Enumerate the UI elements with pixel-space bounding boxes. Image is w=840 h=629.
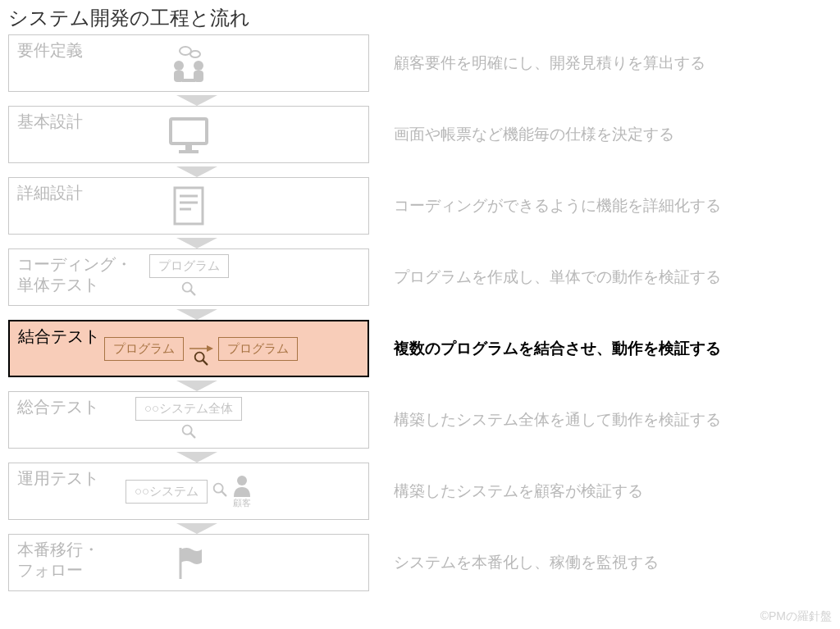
stage-box: 基本設計 — [8, 106, 369, 163]
stage-name: 総合テスト — [9, 392, 107, 422]
svg-marker-19 — [176, 309, 217, 320]
chevron-down-icon — [16, 381, 377, 391]
svg-marker-16 — [176, 238, 217, 248]
svg-point-17 — [183, 282, 192, 291]
stage-name: 基本設計 — [9, 107, 91, 137]
stage-list: 要件定義顧客要件を明確にし、開発見積りを算出する基本設計画面や帳票など機能毎の仕… — [0, 34, 840, 595]
stage-name: 結合テスト — [10, 321, 108, 352]
chevron-down-icon — [16, 309, 377, 320]
program-box: プログラム — [149, 254, 229, 278]
stage-description: 顧客要件を明確にし、開発見積りを算出する — [394, 34, 832, 92]
stage-box: 総合テスト○○システム全体 — [8, 391, 369, 449]
svg-rect-3 — [194, 71, 203, 82]
svg-point-30 — [237, 476, 247, 485]
chevron-down-icon — [16, 95, 377, 106]
stage-box: 運用テスト○○システム顧客 — [8, 463, 369, 520]
svg-marker-7 — [176, 95, 217, 106]
stage-description: 構築したシステム全体を通して動作を検証する — [394, 391, 832, 449]
svg-point-25 — [183, 425, 192, 434]
svg-line-26 — [190, 433, 194, 437]
svg-marker-21 — [207, 345, 213, 352]
system-whole-box: ○○システム全体 — [135, 397, 242, 421]
copyright: ©PMの羅針盤 — [760, 609, 832, 624]
system-box: ○○システム — [126, 480, 208, 504]
stage-description: プログラムを作成し、単体での動作を検証する — [394, 248, 832, 306]
svg-rect-12 — [175, 188, 203, 224]
svg-point-5 — [180, 47, 191, 55]
svg-rect-4 — [182, 79, 195, 82]
stage-name: 詳細設計 — [9, 178, 91, 208]
stage-description: コーディングができるように機能を詳細化する — [394, 177, 832, 235]
stage-box: 本番移行・フォロー — [8, 534, 369, 591]
chevron-down-icon — [16, 523, 377, 534]
stage-description: 構築したシステムを顧客が検証する — [394, 463, 832, 520]
svg-point-28 — [214, 484, 223, 493]
svg-point-6 — [190, 51, 200, 57]
stage-name: 運用テスト — [9, 463, 107, 494]
customer-label: 顧客 — [233, 497, 251, 509]
svg-rect-8 — [171, 119, 207, 144]
svg-point-2 — [194, 61, 203, 71]
stage-name: 要件定義 — [9, 35, 91, 66]
chevron-down-icon — [16, 166, 377, 177]
stage-name: コーディング・単体テスト — [9, 249, 140, 300]
stage-description: システムを本番化し、稼働を監視する — [394, 534, 832, 591]
stage-box: コーディング・単体テストプログラム — [8, 248, 369, 306]
stage-description: 画面や帳票など機能毎の仕様を決定する — [394, 106, 832, 163]
stage-box: 詳細設計 — [8, 177, 369, 235]
svg-point-0 — [174, 61, 184, 71]
svg-marker-27 — [176, 452, 217, 463]
program-box: プログラム — [104, 337, 184, 361]
chevron-down-icon — [16, 452, 377, 463]
svg-rect-10 — [179, 150, 199, 153]
svg-line-18 — [190, 290, 194, 294]
chevron-down-icon — [16, 238, 377, 248]
stage-box: 要件定義 — [8, 34, 369, 92]
svg-rect-9 — [185, 145, 192, 150]
stage-name: 本番移行・フォロー — [9, 535, 107, 586]
program-box: プログラム — [218, 337, 298, 361]
svg-marker-11 — [176, 166, 217, 177]
svg-marker-31 — [176, 523, 217, 534]
stage-box: 結合テストプログラムプログラム — [8, 320, 369, 377]
svg-rect-1 — [174, 71, 184, 82]
svg-line-23 — [203, 360, 207, 364]
svg-marker-24 — [176, 381, 217, 391]
stage-description: 複数のプログラムを結合させ、動作を検証する — [394, 320, 832, 377]
svg-point-22 — [195, 352, 204, 361]
svg-line-29 — [221, 491, 226, 495]
page-title: システム開発の工程と流れ — [0, 0, 840, 34]
